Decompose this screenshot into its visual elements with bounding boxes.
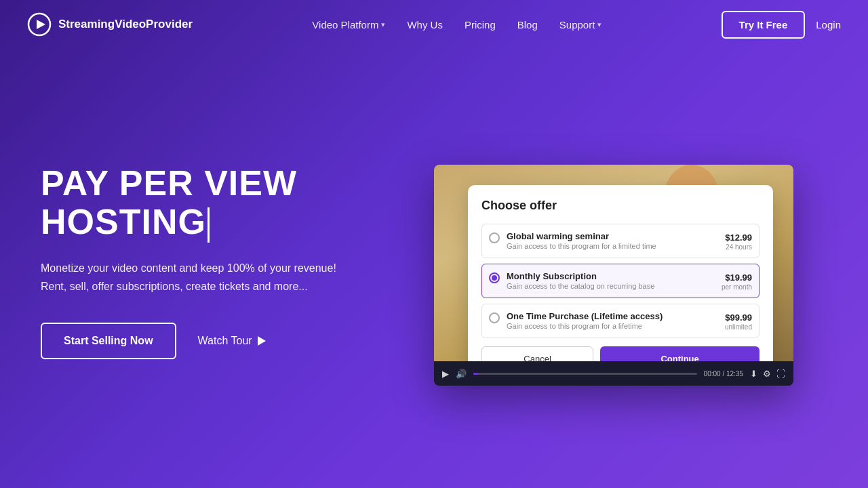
offer-dialog-title: Choose offer xyxy=(481,199,760,213)
hero-title: PAY PER VIEW HOSTING xyxy=(41,164,380,242)
nav-links: Video Platform ▾ Why Us Pricing Blog Sup… xyxy=(312,19,601,30)
time-display: 00:00 / 12:35 xyxy=(704,370,743,378)
cancel-button[interactable]: Cancel xyxy=(481,346,593,361)
offer-item-2[interactable]: Monthly Subscription Gain access to the … xyxy=(481,264,760,298)
logo-icon xyxy=(27,12,52,37)
video-thumbnail: Choose offer Global warming seminar Gain… xyxy=(434,165,793,361)
logo-area[interactable]: StreamingVideoProvider xyxy=(27,12,193,37)
watch-tour-button[interactable]: Watch Tour xyxy=(198,335,266,347)
volume-icon[interactable]: 🔊 xyxy=(456,369,467,379)
nav-actions: Try It Free Login xyxy=(722,11,841,39)
chevron-down-icon: ▾ xyxy=(381,20,385,29)
offer-action-buttons: Cancel Continue xyxy=(481,346,760,361)
progress-fill xyxy=(473,373,478,375)
nav-support[interactable]: Support ▾ xyxy=(559,19,602,30)
offer-details-2: Monthly Subscription Gain access to the … xyxy=(507,271,715,290)
login-button[interactable]: Login xyxy=(816,19,841,30)
offer-details-3: One Time Purchase (Lifetime access) Gain… xyxy=(507,311,718,330)
hero-buttons: Start Selling Now Watch Tour xyxy=(41,323,380,359)
hero-section: PAY PER VIEW HOSTING Monetize your video… xyxy=(0,49,868,488)
continue-button[interactable]: Continue xyxy=(600,346,760,361)
offer-item-1[interactable]: Global warming seminar Gain access to th… xyxy=(481,224,760,258)
brand-name: StreamingVideoProvider xyxy=(58,18,193,31)
try-free-button[interactable]: Try It Free xyxy=(722,11,806,39)
offer-radio-3[interactable] xyxy=(489,312,500,323)
hero-right: Choose offer Global warming seminar Gain… xyxy=(434,165,827,399)
hero-left: PAY PER VIEW HOSTING Monetize your video… xyxy=(41,164,380,400)
fullscreen-icon[interactable]: ⛶ xyxy=(776,369,785,379)
start-selling-button[interactable]: Start Selling Now xyxy=(41,323,176,359)
nav-why-us[interactable]: Why Us xyxy=(407,19,443,30)
offer-details-1: Global warming seminar Gain access to th… xyxy=(507,231,718,250)
nav-pricing[interactable]: Pricing xyxy=(465,19,496,30)
download-icon[interactable]: ⬇ xyxy=(750,369,757,379)
offer-price-2: $19.99 per month xyxy=(722,271,752,291)
chevron-down-icon-support: ▾ xyxy=(597,20,601,29)
offer-item-3[interactable]: One Time Purchase (Lifetime access) Gain… xyxy=(481,304,760,338)
cursor-blink xyxy=(208,207,210,243)
play-icon xyxy=(258,336,266,346)
video-player: Choose offer Global warming seminar Gain… xyxy=(434,165,793,386)
play-pause-icon[interactable]: ▶ xyxy=(442,369,449,379)
svg-marker-1 xyxy=(37,20,45,29)
nav-blog[interactable]: Blog xyxy=(517,19,538,30)
radio-dot xyxy=(492,275,497,281)
ctrl-icons-right: ⬇ ⚙ ⛶ xyxy=(750,369,785,379)
offer-price-3: $99.99 unlimited xyxy=(725,311,752,331)
offer-radio-1[interactable] xyxy=(489,232,500,243)
offer-price-1: $12.99 24 hours xyxy=(725,231,752,251)
hero-subtitle: Monetize your video content and keep 100… xyxy=(41,259,380,296)
choose-offer-dialog: Choose offer Global warming seminar Gain… xyxy=(468,185,773,361)
settings-icon[interactable]: ⚙ xyxy=(763,369,771,379)
offer-radio-2[interactable] xyxy=(489,272,500,283)
video-controls: ▶ 🔊 00:00 / 12:35 ⬇ ⚙ ⛶ xyxy=(434,361,793,386)
navbar: StreamingVideoProvider Video Platform ▾ … xyxy=(0,0,868,49)
nav-video-platform[interactable]: Video Platform ▾ xyxy=(312,19,385,30)
progress-bar[interactable] xyxy=(473,373,697,375)
